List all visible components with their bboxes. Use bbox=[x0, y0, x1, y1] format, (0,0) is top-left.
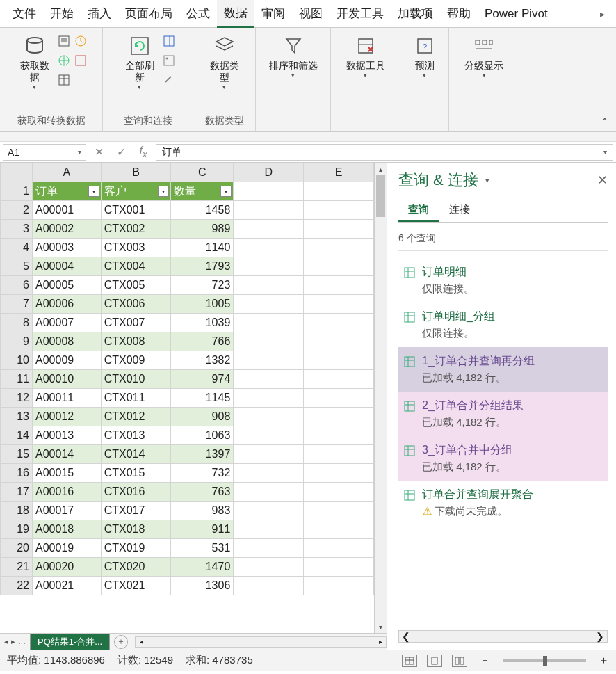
ribbon-tab-5[interactable]: 数据 bbox=[217, 0, 254, 29]
cell[interactable]: CTX014 bbox=[101, 445, 171, 464]
cell[interactable]: 989 bbox=[171, 220, 234, 239]
cell[interactable]: A00004 bbox=[33, 257, 102, 276]
cell[interactable] bbox=[234, 577, 304, 595]
query-item[interactable]: 2_订单合并分组结果已加载 4,182 行。 bbox=[398, 392, 608, 436]
row-header[interactable]: 8 bbox=[1, 314, 33, 332]
cell[interactable]: 766 bbox=[171, 332, 234, 351]
pane-tab-queries[interactable]: 查询 bbox=[398, 199, 439, 222]
cell[interactable]: A00014 bbox=[33, 445, 102, 464]
cell[interactable]: A00012 bbox=[33, 408, 102, 426]
query-item[interactable]: 订单合并查询展开聚合⚠下载尚未完成。 bbox=[398, 481, 608, 525]
cell[interactable] bbox=[234, 408, 304, 426]
row-header[interactable]: 15 bbox=[1, 445, 33, 464]
cell[interactable]: A00005 bbox=[33, 276, 102, 295]
collapse-ribbon-icon[interactable]: ⌃ bbox=[601, 116, 609, 127]
spreadsheet-grid[interactable]: ABCDE1订单▾客户▾数量▾2A00001CTX00114583A00002C… bbox=[0, 163, 374, 595]
cell[interactable]: A00003 bbox=[33, 239, 102, 257]
column-header[interactable]: C bbox=[171, 163, 234, 182]
row-header[interactable]: 13 bbox=[1, 408, 33, 426]
from-web-icon[interactable] bbox=[56, 53, 72, 68]
cell[interactable]: A00006 bbox=[33, 295, 102, 314]
cell[interactable]: A00001 bbox=[33, 201, 102, 220]
cell[interactable]: 1063 bbox=[171, 426, 234, 445]
cell[interactable]: A00010 bbox=[33, 370, 102, 389]
cell[interactable]: 1145 bbox=[171, 389, 234, 408]
recent-sources-icon[interactable] bbox=[73, 33, 88, 49]
cell[interactable]: A00017 bbox=[33, 502, 102, 520]
cell[interactable] bbox=[304, 408, 374, 426]
from-text-icon[interactable] bbox=[56, 33, 72, 49]
table-row[interactable]: 8A00007CTX0071039 bbox=[1, 314, 374, 332]
cell[interactable] bbox=[304, 445, 374, 464]
zoom-out-button[interactable]: － bbox=[480, 654, 490, 667]
cell[interactable]: CTX019 bbox=[101, 539, 171, 558]
cell[interactable]: CTX003 bbox=[101, 239, 171, 257]
scroll-up-icon[interactable]: ▴ bbox=[375, 163, 387, 175]
cell[interactable] bbox=[234, 201, 304, 220]
cell[interactable]: CTX012 bbox=[101, 408, 171, 426]
cell[interactable] bbox=[304, 201, 374, 220]
query-item[interactable]: 3_订单合并中分组已加载 4,182 行。 bbox=[398, 436, 608, 481]
view-normal-button[interactable] bbox=[402, 655, 417, 667]
cell[interactable]: CTX013 bbox=[101, 426, 171, 445]
zoom-slider[interactable] bbox=[503, 659, 586, 662]
row-header[interactable]: 16 bbox=[1, 464, 33, 483]
cell[interactable] bbox=[304, 502, 374, 520]
data-tools-button[interactable]: 数据工具 ▾ bbox=[337, 31, 395, 81]
row-header[interactable]: 2 bbox=[1, 201, 33, 220]
cell[interactable]: 1039 bbox=[171, 314, 234, 332]
cell[interactable] bbox=[234, 483, 304, 502]
formula-input[interactable]: 订单 ▾ bbox=[156, 144, 613, 161]
add-sheet-button[interactable]: ＋ bbox=[114, 635, 128, 649]
cell[interactable]: 1005 bbox=[171, 295, 234, 314]
ribbon-tab-0[interactable]: 文件 bbox=[6, 0, 43, 27]
cell[interactable]: A00007 bbox=[33, 314, 102, 332]
cell[interactable]: CTX009 bbox=[101, 351, 171, 370]
cell[interactable]: A00011 bbox=[33, 389, 102, 408]
cell[interactable]: CTX020 bbox=[101, 558, 171, 577]
table-row[interactable]: 10A00009CTX0091382 bbox=[1, 351, 374, 370]
edit-links-icon[interactable] bbox=[161, 72, 177, 88]
cell[interactable]: A00021 bbox=[33, 577, 102, 595]
enter-formula-icon[interactable]: ✓ bbox=[111, 145, 131, 159]
table-row[interactable]: 18A00017CTX017983 bbox=[1, 502, 374, 520]
outline-button[interactable]: 分级显示 ▾ bbox=[455, 31, 513, 81]
cell[interactable] bbox=[234, 276, 304, 295]
cell[interactable]: 732 bbox=[171, 464, 234, 483]
cell[interactable]: CTX010 bbox=[101, 370, 171, 389]
cell[interactable]: CTX006 bbox=[101, 295, 171, 314]
row-header[interactable]: 5 bbox=[1, 257, 33, 276]
cell[interactable] bbox=[234, 520, 304, 539]
column-header[interactable]: A bbox=[33, 163, 102, 182]
ribbon-tab-6[interactable]: 审阅 bbox=[254, 0, 292, 27]
ribbon-tab-10[interactable]: 帮助 bbox=[440, 0, 478, 27]
cell[interactable] bbox=[304, 276, 374, 295]
view-page-break-button[interactable] bbox=[452, 655, 467, 667]
cell[interactable] bbox=[304, 558, 374, 577]
row-header[interactable]: 18 bbox=[1, 502, 33, 520]
cell[interactable]: 1397 bbox=[171, 445, 234, 464]
cell[interactable] bbox=[234, 389, 304, 408]
table-row[interactable]: 12A00011CTX0111145 bbox=[1, 389, 374, 408]
table-column-header[interactable]: 客户▾ bbox=[101, 182, 171, 201]
table-row[interactable]: 13A00012CTX012908 bbox=[1, 408, 374, 426]
existing-conn-icon[interactable] bbox=[73, 53, 88, 68]
cell[interactable] bbox=[304, 464, 374, 483]
sheet-nav-more-icon[interactable]: … bbox=[18, 637, 26, 646]
cell[interactable]: 908 bbox=[171, 408, 234, 426]
table-column-header[interactable]: 订单▾ bbox=[33, 182, 102, 201]
cell[interactable]: A00002 bbox=[33, 220, 102, 239]
cell[interactable]: CTX016 bbox=[101, 483, 171, 502]
cell[interactable]: 763 bbox=[171, 483, 234, 502]
sheet-nav-first-icon[interactable]: ◂ bbox=[4, 637, 8, 646]
horizontal-scrollbar[interactable]: ◂ ▸ bbox=[135, 636, 387, 648]
cell[interactable] bbox=[234, 239, 304, 257]
cell[interactable] bbox=[304, 239, 374, 257]
cell[interactable] bbox=[234, 332, 304, 351]
table-row[interactable]: 1订单▾客户▾数量▾ bbox=[1, 182, 374, 201]
cell[interactable]: 911 bbox=[171, 520, 234, 539]
cell[interactable]: CTX015 bbox=[101, 464, 171, 483]
query-item[interactable]: 订单明细_分组仅限连接。 bbox=[398, 303, 608, 347]
cell[interactable] bbox=[234, 502, 304, 520]
table-row[interactable]: 20A00019CTX019531 bbox=[1, 539, 374, 558]
